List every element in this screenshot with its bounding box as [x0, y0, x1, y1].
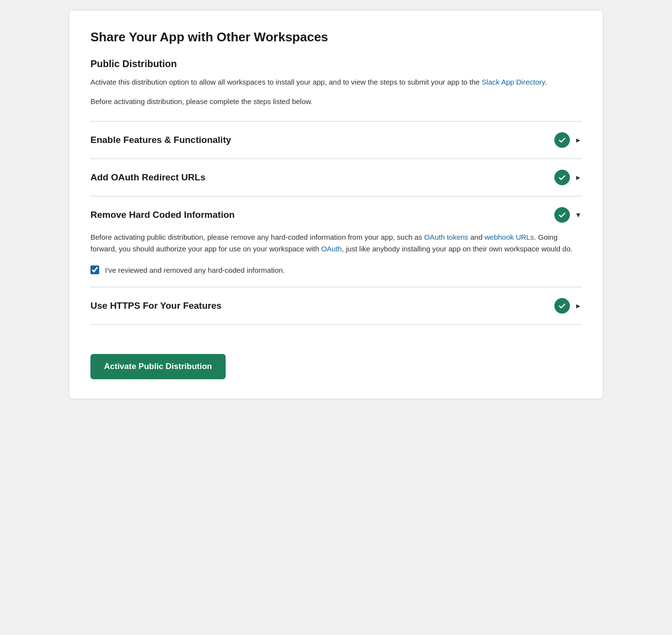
accordion-hardcoded-right: ▼ — [554, 207, 582, 223]
https-check-icon — [558, 301, 566, 310]
accordion-oauth: Add OAuth Redirect URLs ► — [90, 159, 582, 196]
accordion-enable-features-header[interactable]: Enable Features & Functionality ► — [90, 132, 582, 148]
oauth-check-circle — [554, 170, 570, 185]
main-container: Share Your App with Other Workspaces Pub… — [69, 10, 603, 399]
accordion-hardcoded: Remove Hard Coded Information ▼ Before a… — [90, 196, 582, 287]
accordion-oauth-right: ► — [554, 170, 582, 185]
accordion-enable-features: Enable Features & Functionality ► — [90, 121, 582, 159]
page-title: Share Your App with Other Workspaces — [90, 30, 582, 45]
accordion-hardcoded-title: Remove Hard Coded Information — [90, 210, 235, 220]
enable-features-check-circle — [554, 132, 570, 148]
hardcoded-desc-part4: , just like anybody installing your app … — [342, 245, 572, 253]
accordion-https-title: Use HTTPS For Your Features — [90, 300, 222, 311]
reviewed-checkbox-label[interactable]: I've reviewed and removed any hard-coded… — [105, 266, 285, 274]
accordion-https-right: ► — [554, 298, 582, 314]
reviewed-checkbox-row: I've reviewed and removed any hard-coded… — [90, 265, 582, 274]
slack-app-directory-link[interactable]: Slack App Directory — [482, 78, 545, 86]
hardcoded-description: Before activating public distribution, p… — [90, 231, 582, 255]
hardcoded-check-icon — [558, 211, 566, 219]
oauth-tokens-link[interactable]: OAuth tokens — [424, 233, 468, 241]
description-part2: . — [545, 78, 547, 86]
hardcoded-check-circle — [554, 207, 570, 223]
pre-steps-text: Before activating distribution, please c… — [90, 96, 582, 107]
accordion-hardcoded-content: Before activating public distribution, p… — [90, 223, 582, 276]
https-chevron-right-icon: ► — [575, 302, 582, 310]
description-paragraph: Activate this distribution option to all… — [90, 76, 582, 88]
accordion-enable-features-title: Enable Features & Functionality — [90, 135, 231, 145]
webhook-urls-link[interactable]: webhook URLs — [484, 233, 534, 241]
activate-public-distribution-button[interactable]: Activate Public Distribution — [90, 354, 226, 379]
accordion-hardcoded-header[interactable]: Remove Hard Coded Information ▼ — [90, 207, 582, 223]
description-part1: Activate this distribution option to all… — [90, 78, 482, 86]
enable-features-chevron-right-icon: ► — [575, 136, 582, 144]
reviewed-checkbox[interactable] — [90, 265, 99, 274]
accordion-oauth-header[interactable]: Add OAuth Redirect URLs ► — [90, 170, 582, 185]
accordion-https: Use HTTPS For Your Features ► — [90, 287, 582, 324]
accordion-https-header[interactable]: Use HTTPS For Your Features ► — [90, 298, 582, 314]
oauth-link[interactable]: OAuth — [321, 245, 342, 253]
https-check-circle — [554, 298, 570, 314]
public-distribution-title: Public Distribution — [90, 58, 582, 70]
accordion-enable-features-right: ► — [554, 132, 582, 148]
hardcoded-chevron-down-icon: ▼ — [575, 211, 582, 219]
accordion-oauth-title: Add OAuth Redirect URLs — [90, 172, 205, 183]
hardcoded-desc-part2: and — [468, 233, 484, 241]
enable-features-check-icon — [558, 136, 566, 144]
hardcoded-desc-part1: Before activating public distribution, p… — [90, 233, 424, 241]
bottom-divider — [90, 324, 582, 325]
oauth-chevron-right-icon: ► — [575, 174, 582, 181]
oauth-check-icon — [558, 173, 566, 182]
